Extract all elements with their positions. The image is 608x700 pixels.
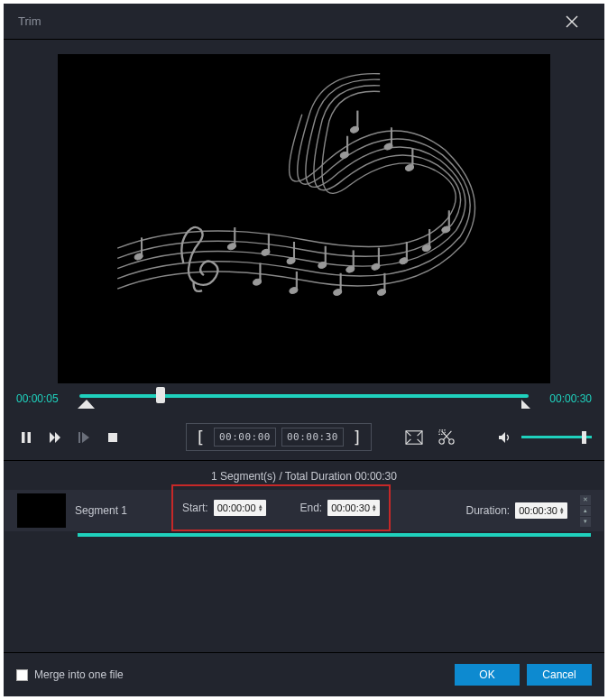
playhead[interactable] — [156, 387, 165, 403]
fast-forward-button[interactable] — [45, 428, 65, 447]
svg-marker-7 — [55, 432, 60, 443]
end-input[interactable]: 00:00:30▴▾ — [327, 500, 380, 516]
ok-button[interactable]: OK — [455, 664, 520, 686]
footer: Merge into one file OK Cancel — [4, 652, 604, 696]
start-label: Start: — [182, 502, 208, 514]
segment-bar[interactable] — [78, 533, 591, 537]
merge-checkbox[interactable] — [16, 669, 28, 681]
move-down-arrow[interactable]: ▾ — [580, 517, 591, 527]
trim-bracket-group: [ 00:00:00 00:00:30 ] — [186, 423, 372, 451]
dialog-title: Trim — [18, 14, 41, 28]
trim-dialog: Trim — [4, 4, 604, 696]
out-time-box[interactable]: 00:00:30 — [281, 428, 344, 447]
cut-button[interactable] — [435, 428, 458, 447]
timeline-track[interactable] — [79, 389, 529, 409]
highlight-box: Start: 00:00:00▴▾ End: 00:00:30▴▾ — [171, 484, 391, 531]
move-up-button[interactable]: ✕ — [580, 495, 591, 505]
titlebar: Trim — [4, 4, 604, 40]
svg-rect-10 — [108, 433, 117, 442]
cancel-button[interactable]: Cancel — [527, 664, 592, 686]
out-handle[interactable] — [521, 400, 530, 409]
svg-marker-9 — [82, 432, 89, 443]
duration-input[interactable]: 00:00:30▴▾ — [515, 502, 567, 519]
segment-thumbnail[interactable] — [17, 493, 66, 528]
total-time-label: 00:00:30 — [536, 392, 592, 405]
close-button[interactable] — [554, 4, 590, 40]
end-label: End: — [300, 502, 323, 514]
svg-rect-5 — [28, 432, 32, 443]
volume-control[interactable] — [494, 428, 592, 447]
move-up-arrow[interactable]: ▴ — [580, 506, 591, 516]
set-out-button[interactable]: ] — [349, 428, 365, 447]
svg-rect-8 — [78, 432, 80, 443]
merge-label: Merge into one file — [34, 668, 124, 681]
video-preview — [58, 54, 550, 383]
music-artwork-icon — [82, 70, 525, 367]
pause-button[interactable] — [16, 428, 36, 447]
segment-name: Segment 1 — [75, 504, 147, 517]
segment-row: Segment 1 Start: 00:00:00▴▾ End: 00:00:3… — [5, 490, 603, 531]
stop-button[interactable] — [103, 428, 123, 447]
current-time-label: 00:00:05 — [16, 392, 72, 405]
in-handle[interactable] — [78, 400, 95, 409]
playback-controls: [ 00:00:00 00:00:30 ] — [4, 409, 604, 461]
set-in-button[interactable]: [ — [192, 428, 208, 447]
svg-rect-4 — [22, 432, 25, 443]
timeline: 00:00:05 00:00:30 — [4, 383, 604, 409]
svg-marker-6 — [50, 432, 55, 443]
svg-marker-15 — [499, 432, 505, 443]
volume-slider[interactable] — [521, 436, 592, 438]
in-time-box[interactable]: 00:00:00 — [214, 428, 276, 447]
crop-button[interactable] — [402, 428, 426, 447]
step-button[interactable] — [74, 428, 94, 447]
volume-icon[interactable] — [494, 428, 514, 447]
start-input[interactable]: 00:00:00▴▾ — [214, 500, 266, 516]
duration-label: Duration: — [465, 504, 510, 517]
